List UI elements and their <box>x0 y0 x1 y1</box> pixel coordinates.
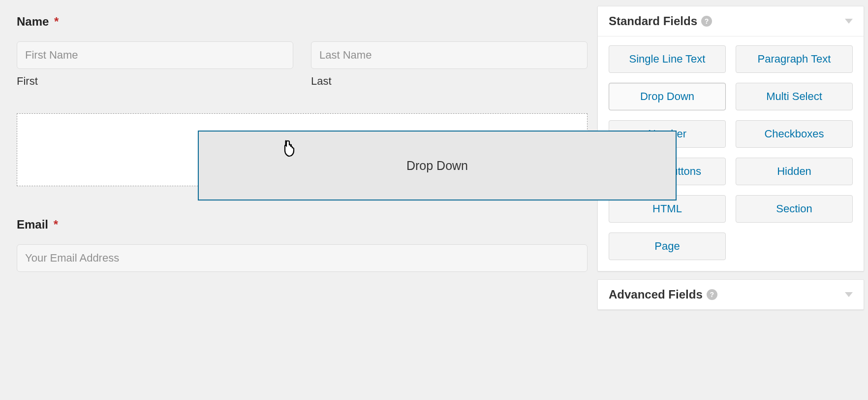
email-field-block: Email * <box>17 218 588 272</box>
field-page[interactable]: Page <box>609 233 726 260</box>
standard-fields-title: Standard Fields <box>609 14 697 28</box>
field-multi-select[interactable]: Multi Select <box>736 83 853 110</box>
advanced-fields-panel: Advanced Fields ? <box>597 279 864 310</box>
help-icon[interactable]: ? <box>707 289 717 300</box>
field-single-line-text[interactable]: Single Line Text <box>609 45 726 73</box>
last-name-input[interactable] <box>311 41 588 69</box>
field-section[interactable]: Section <box>736 195 853 223</box>
chevron-down-icon <box>845 292 853 297</box>
field-checkboxes[interactable]: Checkboxes <box>736 120 853 148</box>
field-hidden[interactable]: Hidden <box>736 158 853 185</box>
last-name-sublabel: Last <box>311 75 588 88</box>
email-label-text: Email <box>17 218 48 231</box>
field-drop-down[interactable]: Drop Down <box>609 83 726 110</box>
email-input[interactable] <box>17 244 588 272</box>
name-field-label: Name * <box>17 15 588 29</box>
first-name-input[interactable] <box>17 41 293 69</box>
first-name-sublabel: First <box>17 75 293 88</box>
chevron-down-icon <box>845 19 853 24</box>
name-field-block: Name * First Last <box>17 15 588 88</box>
required-marker: * <box>54 218 58 231</box>
name-label-text: Name <box>17 15 49 28</box>
email-field-label: Email * <box>17 218 588 232</box>
help-icon[interactable]: ? <box>701 16 712 27</box>
drag-ghost-label: Drop Down <box>406 159 468 173</box>
standard-fields-header[interactable]: Standard Fields ? <box>598 6 864 36</box>
form-canvas: Name * First Last Email * <box>0 0 597 400</box>
required-marker: * <box>54 15 59 28</box>
drag-ghost-dropdown[interactable]: Drop Down <box>198 131 677 200</box>
advanced-fields-header[interactable]: Advanced Fields ? <box>598 280 864 309</box>
advanced-fields-title: Advanced Fields <box>609 288 703 301</box>
field-paragraph-text[interactable]: Paragraph Text <box>736 45 853 73</box>
